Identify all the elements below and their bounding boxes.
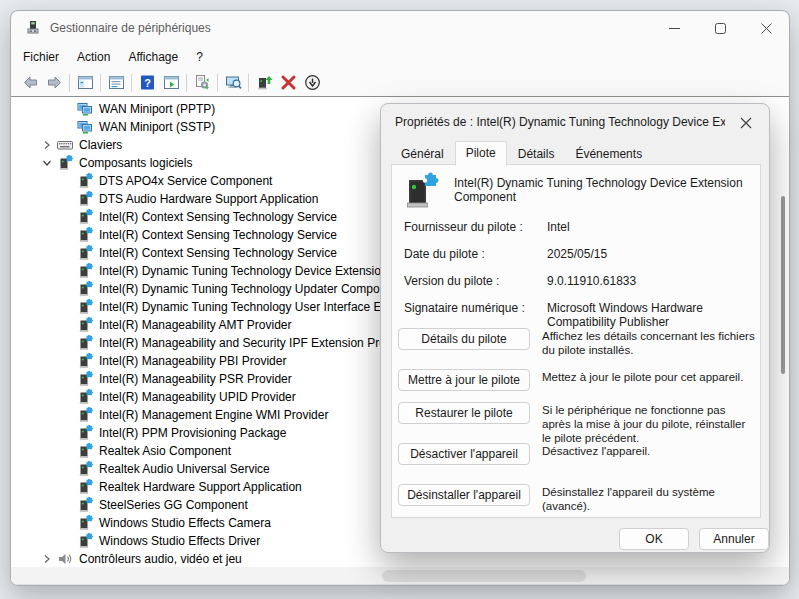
update-driver-button[interactable]: Mettre à jour le pilote — [398, 369, 530, 391]
driver-details-button[interactable]: Détails du pilote — [398, 328, 530, 350]
chevron-placeholder — [57, 317, 77, 333]
titlebar: Gestionnaire de périphériques — [11, 11, 789, 45]
tab-événements[interactable]: Événements — [565, 143, 652, 165]
field-label: Version du pilote : — [404, 274, 547, 288]
chevron-placeholder — [57, 119, 77, 135]
computer-search-icon[interactable] — [221, 71, 245, 95]
driver-field-row: Fournisseur du pilote :Intel — [404, 220, 754, 234]
chevron-placeholder — [57, 299, 77, 315]
forward-icon[interactable] — [42, 71, 66, 95]
chevron-right-icon[interactable] — [37, 551, 57, 567]
menu-action[interactable]: Action — [68, 47, 119, 67]
software-component-icon — [77, 371, 93, 387]
action-description: Si le périphérique ne fonctionne pas apr… — [542, 403, 755, 445]
software-component-icon — [77, 425, 93, 441]
scan-hardware-changes-icon[interactable] — [190, 71, 214, 95]
field-value: Intel — [547, 220, 754, 234]
help-icon[interactable]: ? — [135, 71, 159, 95]
network-adapter-icon — [77, 101, 93, 117]
device-name: Intel(R) Dynamic Tuning Technology Devic… — [454, 172, 754, 210]
dialog-tabs: GénéralPiloteDétailsÉvénements — [391, 142, 653, 165]
menubar: FichierActionAffichage? — [11, 45, 789, 69]
roll-back-driver-button[interactable]: Restaurer le pilote — [398, 402, 530, 424]
minimize-button[interactable] — [651, 11, 697, 45]
field-label: Signataire numérique : — [404, 301, 547, 329]
chevron-placeholder — [57, 515, 77, 531]
tree-item-label: SteelSeries GG Component — [99, 498, 248, 512]
menu-affichage[interactable]: Affichage — [119, 47, 187, 67]
chevron-placeholder — [57, 533, 77, 549]
back-icon[interactable] — [18, 71, 42, 95]
disable-device-icon[interactable] — [300, 71, 324, 95]
tree-item-label: WAN Miniport (PPTP) — [99, 102, 215, 116]
horizontal-scrollbar-thumb[interactable] — [382, 570, 586, 582]
software-component-icon — [77, 281, 93, 297]
horizontal-scrollbar[interactable] — [11, 567, 789, 585]
toolbar-separator — [217, 74, 218, 92]
vertical-scrollbar-thumb[interactable] — [781, 196, 785, 374]
cancel-button[interactable]: Annuler — [699, 528, 769, 550]
action-description: Désinstallez l'appareil du système (avan… — [542, 485, 755, 513]
tree-item-label: Windows Studio Effects Driver — [99, 534, 260, 548]
chevron-placeholder — [57, 263, 77, 279]
toolbar-separator — [131, 74, 132, 92]
tree-item-label: Intel(R) Manageability AMT Provider — [99, 318, 292, 332]
field-value: Microsoft Windows Hardware Compatibility… — [547, 301, 754, 329]
chevron-placeholder — [57, 497, 77, 513]
dialog-titlebar: Propriétés de : Intel(R) Dynamic Tuning … — [381, 104, 769, 140]
tree-item-label: Intel(R) Management Engine WMI Provider — [99, 408, 328, 422]
tree-item-label: Realtek Audio Universal Service — [99, 462, 270, 476]
maximize-button[interactable] — [697, 11, 743, 45]
tree-item-label: Windows Studio Effects Camera — [99, 516, 271, 530]
chevron-placeholder — [57, 245, 77, 261]
dialog-close-button[interactable] — [737, 114, 755, 132]
software-component-icon — [77, 209, 93, 225]
tree-item-label: Intel(R) Context Sensing Technology Serv… — [99, 228, 337, 242]
field-label: Fournisseur du pilote : — [404, 220, 547, 234]
tree-item-label: Intel(R) Manageability PSR Provider — [99, 372, 292, 386]
action-pane-icon[interactable] — [159, 71, 183, 95]
chevron-right-icon[interactable] — [37, 137, 57, 153]
software-component-icon — [77, 461, 93, 477]
update-driver-icon[interactable] — [252, 71, 276, 95]
dialog-title: Propriétés de : Intel(R) Dynamic Tuning … — [395, 115, 725, 129]
tree-item-label: Intel(R) Context Sensing Technology Serv… — [99, 210, 337, 224]
chevron-placeholder — [57, 335, 77, 351]
tree-item-label: Claviers — [79, 138, 122, 152]
tab-détails[interactable]: Détails — [508, 143, 565, 165]
console-tree-icon[interactable] — [73, 71, 97, 95]
chevron-placeholder — [57, 353, 77, 369]
tree-item-label: Intel(R) Context Sensing Technology Serv… — [99, 246, 337, 260]
chevron-down-icon[interactable] — [37, 155, 57, 171]
close-button[interactable] — [743, 11, 789, 45]
properties-icon[interactable] — [104, 71, 128, 95]
software-component-icon — [77, 263, 93, 279]
action-description: Affichez les détails concernant les fich… — [542, 329, 755, 357]
software-component-icon — [77, 245, 93, 261]
software-component-icon — [77, 335, 93, 351]
network-adapter-icon — [77, 119, 93, 135]
menu-fichier[interactable]: Fichier — [14, 47, 68, 67]
software-component-icon — [77, 479, 93, 495]
software-component-icon — [402, 172, 440, 210]
ok-button[interactable]: OK — [619, 528, 689, 550]
disable-device-button[interactable]: Désactiver l'appareil — [398, 443, 530, 465]
software-component-icon — [77, 299, 93, 315]
software-component-icon — [77, 443, 93, 459]
chevron-placeholder — [57, 425, 77, 441]
toolbar: ? — [11, 69, 789, 96]
window-title: Gestionnaire de périphériques — [50, 21, 211, 35]
keyboard-icon — [57, 137, 73, 153]
pilote-tab-panel: Intel(R) Dynamic Tuning Technology Devic… — [391, 164, 761, 518]
software-component-icon — [77, 497, 93, 513]
chevron-placeholder — [57, 209, 77, 225]
tab-général[interactable]: Général — [391, 143, 454, 165]
software-component-icon — [77, 353, 93, 369]
software-component-icon — [77, 533, 93, 549]
uninstall-device-button[interactable]: Désinstaller l'appareil — [398, 484, 530, 506]
driver-field-row: Date du pilote :2025/05/15 — [404, 247, 754, 261]
menu-?[interactable]: ? — [187, 47, 212, 67]
tab-pilote[interactable]: Pilote — [455, 141, 507, 166]
tree-item-label: Intel(R) Manageability UPID Provider — [99, 390, 296, 404]
uninstall-device-icon[interactable] — [276, 71, 300, 95]
